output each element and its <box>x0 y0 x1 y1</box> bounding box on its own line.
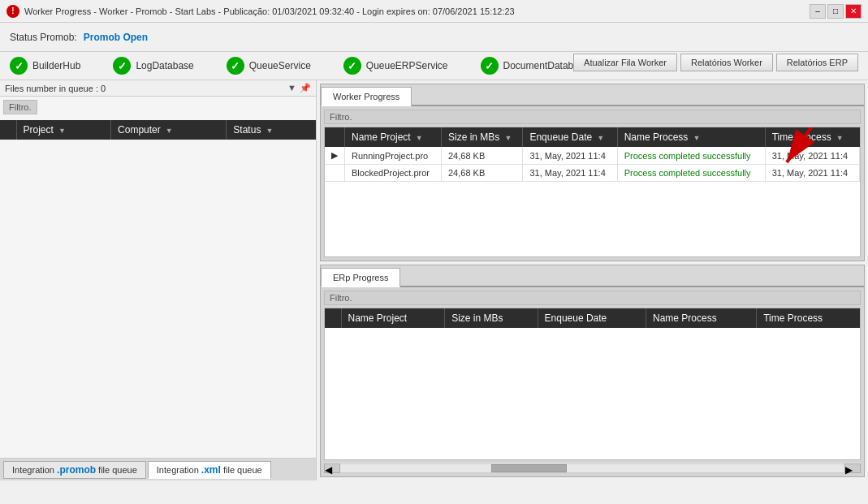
scrollbar-thumb[interactable] <box>491 464 567 472</box>
left-panel: Files number in queue : 0 ▼ 📌 Filtro. Pr… <box>0 80 317 480</box>
right-panel: Worker Progress Filtro. <box>317 80 868 480</box>
left-filter-label: Filtro. <box>3 100 37 114</box>
row1-name-process: Process completed successfully <box>617 165 765 182</box>
row0-name-process: Process completed successfully <box>617 147 765 165</box>
project-filter-icon[interactable]: ▼ <box>58 127 66 135</box>
erp-table-wrap: Name Project Size in MBs Enqueue Date Na… <box>324 308 861 460</box>
erp-col-size: Size in MBs <box>445 308 538 328</box>
worker-name-project-filter[interactable]: ▼ <box>416 134 423 142</box>
status-filter-icon[interactable]: ▼ <box>266 127 273 135</box>
builderhub-check-icon: ✓ <box>10 57 28 75</box>
erp-col-expand <box>325 308 341 328</box>
worker-row-1[interactable]: BlockedProject.pror 24,68 KB 31, May, 20… <box>325 165 860 182</box>
row1-expand <box>325 165 345 182</box>
status-label: Status Promob: <box>10 32 77 43</box>
worker-size-filter[interactable]: ▼ <box>504 134 512 142</box>
erp-col-name-process: Name Process <box>646 308 756 328</box>
worker-table-wrap: Name Project ▼ Size in MBs ▼ Enqueue Dat… <box>324 127 861 257</box>
row0-enqueue: 31, May, 2021 11:4 <box>523 147 617 165</box>
action-buttons: Atualizar Fila Worker Relatórios Worker … <box>573 54 858 71</box>
close-button[interactable]: ✕ <box>845 4 862 19</box>
worker-progress-tab[interactable]: Worker Progress <box>321 87 412 106</box>
scroll-right-btn[interactable]: ▶ <box>844 463 861 473</box>
worker-col-enqueue: Enqueue Date ▼ <box>523 127 617 147</box>
row1-size: 24,68 KB <box>442 165 523 182</box>
erp-table-header: Name Project Size in MBs Enqueue Date Na… <box>325 308 860 328</box>
queueservice-label: QueueService <box>249 60 311 71</box>
erp-col-enqueue: Enqueue Date <box>538 308 646 328</box>
left-col-status: Status ▼ <box>227 120 316 140</box>
pin-icon[interactable]: 📌 <box>300 83 311 93</box>
service-logdatabase: ✓ LogDatabase <box>113 57 193 75</box>
service-queueerpservice: ✓ QueueERPService <box>343 57 448 75</box>
title-bar: Worker Progress - Worker - Promob - Star… <box>0 0 868 23</box>
queue-count-label: Files number in queue : 0 <box>5 84 106 93</box>
main-content: Files number in queue : 0 ▼ 📌 Filtro. Pr… <box>0 80 868 480</box>
title-text: Worker Progress - Worker - Promob - Star… <box>24 6 515 16</box>
xml-highlight: .xml <box>201 464 221 476</box>
worker-progress-panel: Worker Progress Filtro. <box>320 84 865 261</box>
erp-tab-content: Filtro. Name Project Size in MBs Enqueue… <box>321 287 864 476</box>
worker-col-name-project: Name Project ▼ <box>345 127 442 147</box>
erp-filter-label: Filtro. <box>324 291 861 305</box>
worker-tab-content: Filtro. <box>321 106 864 261</box>
promob-highlight: .promob <box>57 464 96 476</box>
row1-time-process: 31, May, 2021 11:4 <box>765 165 859 182</box>
row0-expand: ▶ <box>325 147 345 165</box>
left-col-computer: Computer ▼ <box>111 120 227 140</box>
row1-name-project: BlockedProject.pror <box>345 165 442 182</box>
worker-col-name-process: Name Process ▼ <box>617 127 765 147</box>
atualizar-fila-button[interactable]: Atualizar Fila Worker <box>573 54 677 71</box>
scroll-left-btn[interactable]: ◀ <box>324 463 340 473</box>
bottom-tab-promob[interactable]: Integration .promob file queue <box>3 461 146 479</box>
row0-size: 24,68 KB <box>442 147 523 165</box>
worker-filter-label: Filtro. <box>324 110 861 124</box>
left-panel-header: Files number in queue : 0 ▼ 📌 <box>0 80 316 97</box>
worker-enqueue-filter[interactable]: ▼ <box>597 134 604 142</box>
worker-table: Name Project ▼ Size in MBs ▼ Enqueue Dat… <box>325 127 860 182</box>
scrollbar-track <box>340 463 844 473</box>
erp-progress-tab[interactable]: ERp Progress <box>321 268 400 287</box>
minimize-button[interactable]: – <box>810 4 826 19</box>
logdatabase-check-icon: ✓ <box>113 57 131 75</box>
bottom-tab-xml[interactable]: Integration .xml file queue <box>148 461 271 479</box>
worker-col-time-process: Time Process ▼ <box>765 127 859 147</box>
left-table-header: Project ▼ Computer ▼ Status ▼ <box>0 120 316 140</box>
erp-table: Name Project Size in MBs Enqueue Date Na… <box>325 308 860 328</box>
worker-table-body: ▶ RunningProject.pro 24,68 KB 31, May, 2… <box>325 147 860 182</box>
worker-table-header: Name Project ▼ Size in MBs ▼ Enqueue Dat… <box>325 127 860 147</box>
row0-name-project: RunningProject.pro <box>345 147 442 165</box>
erp-tab-header: ERp Progress <box>321 265 864 287</box>
status-bar: Status Promob: Promob Open <box>10 32 148 43</box>
erp-col-time-process: Time Process <box>757 308 860 328</box>
worker-row-0[interactable]: ▶ RunningProject.pro 24,68 KB 31, May, 2… <box>325 147 860 165</box>
left-col-expand <box>0 120 16 140</box>
maximize-button[interactable]: □ <box>827 4 844 19</box>
bottom-tabs: Integration .promob file queue Integrati… <box>0 458 316 480</box>
builderhub-label: BuilderHub <box>32 60 80 71</box>
dropdown-icon[interactable]: ▼ <box>287 83 296 93</box>
app-icon <box>6 5 19 18</box>
documentdatabase-check-icon: ✓ <box>481 57 499 75</box>
panel-header-icons: ▼ 📌 <box>287 83 311 93</box>
logdatabase-label: LogDatabase <box>136 60 193 71</box>
erp-scrollbar-area: ◀ ▶ <box>324 462 861 473</box>
queueerpservice-label: QueueERPService <box>366 60 448 71</box>
title-controls: – □ ✕ <box>810 4 862 19</box>
queueservice-check-icon: ✓ <box>227 57 244 75</box>
service-builderhub: ✓ BuilderHub <box>10 57 80 75</box>
computer-filter-icon[interactable]: ▼ <box>166 127 173 135</box>
relatorios-worker-button[interactable]: Relatórios Worker <box>680 54 773 71</box>
title-bar-left: Worker Progress - Worker - Promob - Star… <box>6 5 515 18</box>
worker-name-process-filter[interactable]: ▼ <box>693 134 700 142</box>
status-value: Promob Open <box>84 32 148 43</box>
worker-tab-header: Worker Progress <box>321 84 864 106</box>
service-queueservice: ✓ QueueService <box>227 57 311 75</box>
erp-col-name-project: Name Project <box>341 308 445 328</box>
worker-col-expand <box>325 127 345 147</box>
worker-time-process-filter[interactable]: ▼ <box>836 134 844 142</box>
relatorios-erp-button[interactable]: Relatórios ERP <box>776 54 858 71</box>
erp-progress-panel: ERp Progress Filtro. Name Project Size i… <box>320 265 865 477</box>
queueerpservice-check-icon: ✓ <box>343 57 361 75</box>
left-col-project: Project ▼ <box>16 120 111 140</box>
